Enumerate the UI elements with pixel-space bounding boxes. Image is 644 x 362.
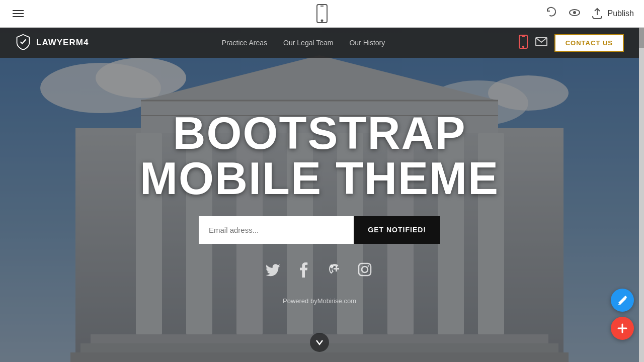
social-icons bbox=[266, 261, 373, 280]
svg-point-33 bbox=[368, 265, 369, 266]
editor-bar-center bbox=[315, 4, 329, 24]
nav-practice-areas[interactable]: Practice Areas bbox=[222, 39, 267, 47]
site-wrapper: LAWYERM4 Practice Areas Our Legal Team O… bbox=[0, 28, 639, 362]
svg-point-32 bbox=[362, 266, 368, 273]
google-plus-icon[interactable] bbox=[327, 261, 343, 280]
email-input[interactable] bbox=[199, 216, 354, 244]
undo-icon[interactable] bbox=[544, 6, 558, 22]
scroll-down-inner bbox=[310, 333, 329, 352]
scrollbar[interactable] bbox=[639, 28, 644, 362]
preview-eye-icon[interactable] bbox=[568, 6, 582, 22]
nav-email-icon[interactable] bbox=[535, 37, 547, 48]
navbar-icons: CONTACT US bbox=[518, 34, 624, 52]
brand-logo[interactable]: LAWYERM4 bbox=[15, 34, 89, 52]
svg-point-2 bbox=[321, 20, 323, 22]
hero-title-line2: MOBILE THEME bbox=[140, 156, 499, 201]
scroll-down-button[interactable] bbox=[310, 333, 329, 352]
publish-button[interactable]: Publish bbox=[591, 7, 634, 20]
editor-bar: Publish bbox=[0, 0, 644, 28]
editor-bar-left bbox=[10, 8, 26, 20]
email-form: GET NOTIFIED! bbox=[199, 216, 440, 244]
powered-text: Powered by bbox=[283, 297, 317, 305]
brand-name: LAWYERM4 bbox=[36, 38, 89, 48]
twitter-icon[interactable] bbox=[266, 261, 282, 280]
hero-content: BOOTSTRAP MOBILE THEME GET NOTIFIED! bbox=[0, 111, 639, 305]
navbar-nav: Practice Areas Our Legal Team Our Histor… bbox=[222, 39, 385, 47]
nav-phone-icon[interactable] bbox=[518, 34, 528, 51]
svg-point-4 bbox=[573, 11, 576, 14]
powered-by: Powered byMobirise.com bbox=[283, 297, 356, 305]
get-notified-button[interactable]: GET NOTIFIED! bbox=[354, 216, 440, 244]
scrollbar-thumb[interactable] bbox=[639, 28, 644, 48]
mobile-preview-icon[interactable] bbox=[315, 4, 329, 24]
fab-plus-button[interactable] bbox=[611, 317, 634, 340]
facebook-icon[interactable] bbox=[296, 261, 312, 280]
publish-label: Publish bbox=[608, 9, 634, 18]
hamburger-menu-icon[interactable] bbox=[10, 8, 26, 20]
contact-us-button[interactable]: CONTACT US bbox=[554, 34, 624, 52]
fab-pencil-button[interactable] bbox=[611, 289, 634, 312]
svg-point-29 bbox=[523, 46, 524, 47]
hero-title: BOOTSTRAP MOBILE THEME bbox=[140, 111, 499, 201]
hero-title-line1: BOOTSTRAP bbox=[140, 111, 499, 156]
editor-bar-right: Publish bbox=[544, 6, 634, 22]
brand-shield-icon bbox=[15, 34, 31, 52]
svg-rect-31 bbox=[359, 263, 371, 276]
instagram-icon[interactable] bbox=[357, 261, 373, 280]
navbar: LAWYERM4 Practice Areas Our Legal Team O… bbox=[0, 28, 639, 58]
hero-section: LAWYERM4 Practice Areas Our Legal Team O… bbox=[0, 28, 639, 362]
powered-link[interactable]: Mobirise.com bbox=[317, 297, 356, 305]
nav-legal-team[interactable]: Our Legal Team bbox=[283, 39, 333, 47]
nav-our-history[interactable]: Our History bbox=[349, 39, 385, 47]
